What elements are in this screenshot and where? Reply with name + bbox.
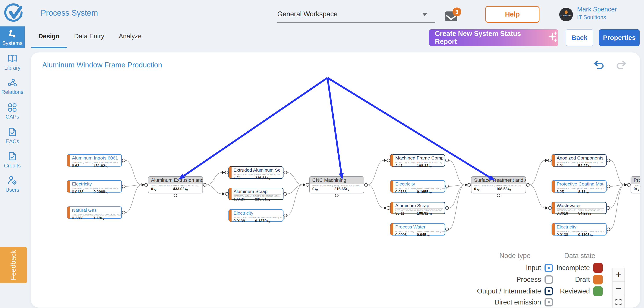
output-node[interactable]: Machined Frame ComponentsINTENSITY (CO2e… [390, 154, 445, 167]
node-title: Electricity [72, 181, 120, 187]
tab-data-entry[interactable]: Data Entry [74, 33, 104, 48]
input-node[interactable]: ElectricityINTENSITY (CO2e/kwh)0.0138EMB… [228, 209, 284, 222]
node-title: Natural Gas [72, 207, 120, 213]
sidebar-item-caps[interactable]: CAPs [0, 103, 25, 120]
node-stat: EMBODIED EMISSIONS (CO2e)0.1655kg [417, 187, 443, 194]
node-stat: TOTAL EMISSIONS (CO2e)108.32kg [417, 161, 443, 168]
properties-button[interactable]: Properties [599, 29, 640, 46]
mail-badge: 3 [452, 8, 461, 16]
node-stat: DIRECT EMISSIONS (CO2e)0kg [151, 184, 173, 191]
workspace-select[interactable]: General Workspace [277, 9, 435, 23]
diagram-canvas[interactable]: Aluminum Window Frame Production Aluminu… [31, 53, 640, 307]
output-node[interactable]: Aluminum ScrapINTENSITY (CO2e/KG)36.11TO… [390, 202, 445, 214]
node-stat: EMBODIED EMISSIONS (CO2e)1.19kg [94, 213, 120, 220]
eacs-icon [8, 134, 16, 137]
systems-icon [8, 35, 17, 39]
node-stat: EMBODIED EMISSIONS (CO2e)0.1379kg [255, 216, 282, 223]
create-report-label: Create New System Status Report [435, 30, 544, 46]
node-title: Aluminum Scrap [234, 189, 281, 195]
node-stat: EMBODIED EMISSIONS (CO2e)0.1103kg [578, 230, 604, 237]
process-node[interactable]: Pro...DIRECT EMISSIONS (CO2e)0kg [630, 176, 640, 193]
output-node[interactable]: Anodized ComponentsINTENSITY (CO2e/KG)1.… [552, 154, 606, 167]
process-node-title: Aluminum Extrusion and Cutti... [148, 177, 202, 184]
data-state-draft-bar [67, 207, 70, 218]
node-title: Aluminum Scrap [395, 203, 443, 209]
library-icon [8, 60, 17, 64]
data-state-draft-bar [390, 223, 393, 235]
avatar[interactable]: SOLUTIONS [559, 8, 573, 21]
feedback-button[interactable]: Feedback [0, 247, 27, 283]
node-stat: DIRECT EMISSIONS (CO2e)0kg [312, 184, 334, 191]
process-node[interactable]: Aluminum Extrusion and Cutti...DIRECT EM… [148, 176, 203, 193]
node-stat: TOTAL EMISSIONS (CO2e)108.53kg [496, 184, 523, 191]
process-node-title: Pro... [631, 177, 640, 184]
input-node[interactable]: Protective Coating MaterialsINTENSITY (C… [552, 180, 606, 193]
sidebar-item-relations[interactable]: Relations [0, 78, 25, 95]
node-stat: TOTAL EMISSIONS (CO2e)54.27kg [578, 161, 604, 168]
input-node[interactable]: Natural GasINTENSITY (CO2e/m3)0.2388EMBO… [67, 206, 122, 219]
node-stat: INTENSITY (CO2e/kwh)0.0138 [395, 187, 417, 194]
chevron-down-icon [422, 13, 428, 16]
node-stat: INTENSITY (CO2e/l)0.0003 [395, 230, 417, 237]
node-stat: TOTAL EMISSIONS (CO2e)216.51kg [255, 195, 282, 202]
node-title: Machined Frame Components [395, 155, 443, 161]
node-title: Aluminum Ingots 6061 [72, 155, 120, 161]
node-stat: INTENSITY (CO2e/KG)4.51 [234, 173, 255, 180]
node-stat: EMBODIED EMISSIONS (CO2e)8.11kg [578, 187, 604, 194]
node-stat: EMBODIED EMISSIONS (CO2e)0.2068kg [94, 187, 120, 194]
node-title: Extruded Aluminum Sections [234, 167, 281, 173]
workspace-value: General Workspace [277, 9, 435, 18]
sidebar-item-credits[interactable]: Credits [0, 152, 25, 169]
node-title: Wastewater [556, 203, 604, 209]
node-stat: TOTAL EMISSIONS (CO2e)108.32kg [417, 209, 443, 216]
data-state-draft-bar [67, 154, 70, 166]
data-state-draft-bar [67, 180, 70, 192]
node-stat: INTENSITY (CO2e/kwh)0.0138 [556, 230, 578, 237]
view-tabs: DesignData EntryAnalyze [38, 33, 142, 48]
input-node[interactable]: Process WaterINTENSITY (CO2e/l)0.0003EMB… [390, 223, 445, 235]
process-node[interactable]: CNC MachiningDIRECT EMISSIONS (CO2e)0kgT… [309, 176, 364, 193]
sidebar-item-users[interactable]: Users [0, 176, 25, 193]
feedback-label: Feedback [10, 250, 18, 280]
node-stat: INTENSITY (CO2e/KG)1.21 [556, 161, 578, 168]
sidebar-item-eacs[interactable]: EACs [0, 127, 25, 145]
relations-icon [8, 84, 17, 88]
node-stat: TOTAL EMISSIONS (CO2e)433.02kg [173, 184, 200, 191]
output-node[interactable]: Extruded Aluminum SectionsINTENSITY (CO2… [228, 166, 284, 179]
process-node[interactable]: Surface Treatment and Anodi...DIRECT EMI… [471, 176, 526, 193]
node-title: Process Water [395, 224, 443, 230]
node-title: Electricity [556, 224, 604, 230]
data-state-draft-bar [552, 202, 555, 214]
help-button[interactable]: Help [485, 6, 540, 23]
node-stat: INTENSITY (CO2e/KG)3.25 [556, 187, 578, 194]
input-node[interactable]: ElectricityINTENSITY (CO2e/kwh)0.0138EMB… [67, 180, 122, 193]
input-node[interactable]: ElectricityINTENSITY (CO2e/kwh)0.0138EMB… [552, 223, 606, 235]
node-stat: INTENSITY (CO2e/KG)108.26 [234, 195, 255, 202]
create-report-button[interactable]: Create New System Status Report [429, 29, 558, 46]
user-name[interactable]: Mark Spencer [577, 6, 617, 13]
node-stat: INTENSITY (CO2e/KG)36.11 [395, 209, 417, 216]
output-node[interactable]: WastewaterINTENSITY (CO2e/l)0.3618TOTAL … [552, 202, 606, 214]
data-state-draft-bar [552, 223, 555, 235]
node-stat: EMBODIED EMISSIONS (CO2e)0.045kg [417, 230, 443, 237]
caps-icon [8, 109, 17, 113]
output-node[interactable]: Aluminum ScrapINTENSITY (CO2e/KG)108.26T… [228, 188, 284, 200]
sidebar-item-systems[interactable]: Systems [0, 27, 25, 48]
node-stat: TOTAL EMISSIONS (CO2e)216.51kg [255, 173, 282, 180]
input-node[interactable]: ElectricityINTENSITY (CO2e/kwh)0.0138EMB… [390, 180, 445, 193]
data-state-draft-bar [229, 167, 232, 178]
data-state-draft-bar [229, 209, 232, 221]
input-node[interactable]: Aluminum Ingots 6061INTENSITY (CO2e/KG)8… [67, 154, 122, 167]
tab-design[interactable]: Design [38, 33, 60, 48]
node-stat: DIRECT EMISSIONS (CO2e)0kg [474, 184, 496, 191]
tab-analyze[interactable]: Analyze [119, 33, 142, 48]
sidebar-item-library[interactable]: Library [0, 54, 25, 71]
node-title: Protective Coating Materials [556, 181, 604, 187]
node-stat: TOTAL EMISSIONS (CO2e)54.27kg [578, 209, 604, 216]
back-button[interactable]: Back [566, 29, 594, 46]
users-icon [7, 182, 18, 186]
mail-button[interactable]: 3 [445, 9, 465, 27]
node-stat: INTENSITY (CO2e/kwh)0.0138 [234, 216, 255, 223]
process-node-title: CNC Machining [310, 177, 364, 184]
node-title: Electricity [234, 210, 281, 216]
